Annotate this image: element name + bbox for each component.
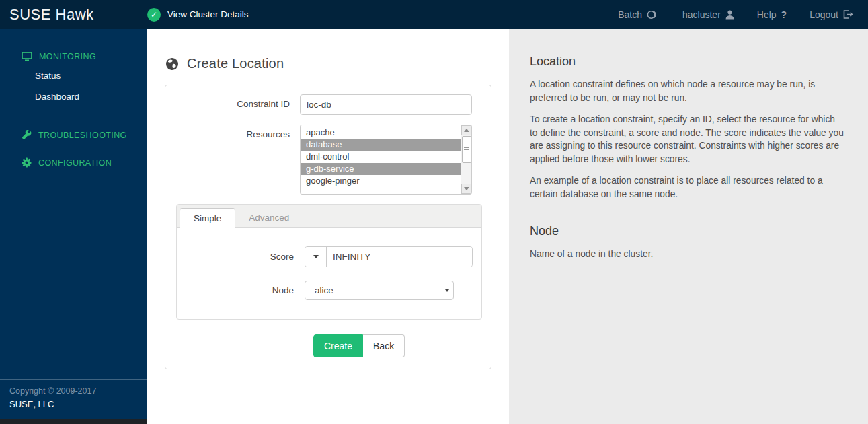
top-bar: SUSE Hawk ✓ View Cluster Details Batch h… bbox=[0, 0, 868, 29]
logout-label: Logout bbox=[810, 9, 838, 20]
help-location-p1: A location constraint defines on which n… bbox=[530, 78, 845, 104]
user-menu[interactable]: hacluster bbox=[682, 9, 734, 20]
batch-label: Batch bbox=[618, 9, 642, 20]
sidebar-footer: Copyright © 2009-2017 SUSE, LLC bbox=[0, 379, 147, 419]
node-select-value: alice bbox=[305, 285, 442, 295]
user-label: hacluster bbox=[682, 9, 721, 20]
resources-scrollbar[interactable] bbox=[461, 125, 471, 194]
gear-icon bbox=[22, 157, 32, 168]
resources-label: Resources bbox=[165, 125, 300, 139]
node-select[interactable]: alice bbox=[305, 281, 454, 300]
sidebar-item-troubleshooting[interactable]: TROUBLESHOOTING bbox=[0, 126, 147, 144]
logout-link[interactable]: Logout bbox=[810, 9, 853, 20]
top-nav: Batch hacluster Help ? Logout bbox=[618, 9, 868, 20]
help-location-title: Location bbox=[530, 55, 845, 69]
globe-icon bbox=[165, 57, 179, 71]
constraint-id-label: Constraint ID bbox=[165, 94, 300, 109]
resource-option-database[interactable]: database bbox=[301, 139, 461, 151]
help-location-p3: An example of a location constraint is t… bbox=[530, 174, 845, 201]
sidebar-configuration-label: CONFIGURATION bbox=[38, 158, 112, 168]
scroll-up-button[interactable] bbox=[461, 125, 472, 135]
constraint-id-input[interactable] bbox=[300, 94, 472, 115]
question-icon: ? bbox=[781, 9, 787, 20]
sidebar: MONITORING Status Dashboard TROUBLESHOOT… bbox=[0, 29, 147, 424]
help-node-p1: Name of a node in the cluster. bbox=[530, 248, 845, 261]
sidebar-item-status[interactable]: Status bbox=[0, 65, 147, 86]
score-input[interactable] bbox=[327, 247, 472, 267]
logout-icon bbox=[843, 10, 853, 19]
help-panel: Location A location constraint defines o… bbox=[509, 29, 868, 424]
tab-bar: Simple Advanced bbox=[177, 205, 481, 228]
resources-multiselect[interactable]: apache database dml-control g-db-service… bbox=[300, 125, 472, 195]
sidebar-horizontal-scrollbar[interactable] bbox=[0, 419, 147, 424]
app-logo[interactable]: SUSE Hawk bbox=[0, 6, 138, 24]
cluster-status[interactable]: ✓ View Cluster Details bbox=[147, 8, 249, 22]
resource-option-google-pinger[interactable]: google-pinger bbox=[301, 175, 461, 187]
wrench-icon bbox=[22, 130, 32, 140]
chevron-down-icon bbox=[442, 285, 452, 296]
user-icon bbox=[725, 10, 734, 20]
resource-option-partial[interactable] bbox=[301, 187, 461, 191]
score-tab-panel: Simple Advanced Score Node alice bbox=[176, 204, 482, 320]
score-label: Score bbox=[177, 252, 305, 262]
help-node-title: Node bbox=[530, 224, 845, 238]
score-dropdown-button[interactable] bbox=[305, 247, 327, 267]
cluster-status-label: View Cluster Details bbox=[167, 9, 249, 20]
main-content: Create Location Constraint ID Resources … bbox=[147, 29, 509, 424]
company-text: SUSE, LLC bbox=[9, 399, 147, 409]
help-link[interactable]: Help ? bbox=[757, 9, 787, 20]
resource-option-apache[interactable]: apache bbox=[301, 127, 461, 139]
score-input-group bbox=[305, 246, 473, 267]
sidebar-item-dashboard[interactable]: Dashboard bbox=[0, 86, 147, 107]
sidebar-monitoring-label: MONITORING bbox=[39, 52, 96, 61]
batch-toggle-icon bbox=[647, 10, 660, 20]
copyright-text: Copyright © 2009-2017 bbox=[9, 386, 147, 396]
sidebar-item-configuration[interactable]: CONFIGURATION bbox=[0, 153, 147, 172]
resource-option-dml-control[interactable]: dml-control bbox=[301, 151, 461, 163]
help-location-p2: To create a location constraint, specify… bbox=[530, 113, 845, 166]
check-circle-icon: ✓ bbox=[147, 8, 161, 22]
back-button[interactable]: Back bbox=[363, 334, 405, 357]
scrollbar-thumb[interactable] bbox=[462, 136, 471, 163]
create-button[interactable]: Create bbox=[313, 334, 363, 357]
resource-option-g-db-service[interactable]: g-db-service bbox=[301, 163, 461, 175]
create-location-form: Constraint ID Resources apache database … bbox=[165, 85, 491, 369]
batch-link[interactable]: Batch bbox=[618, 9, 660, 20]
page-title: Create Location bbox=[187, 56, 284, 71]
scroll-down-button[interactable] bbox=[461, 184, 472, 194]
monitor-icon bbox=[22, 52, 32, 61]
tab-advanced[interactable]: Advanced bbox=[235, 208, 303, 227]
tab-simple[interactable]: Simple bbox=[180, 208, 235, 228]
sidebar-troubleshooting-label: TROUBLESHOOTING bbox=[38, 131, 127, 140]
help-label: Help bbox=[757, 9, 777, 20]
sidebar-item-monitoring[interactable]: MONITORING bbox=[0, 48, 147, 65]
node-label: Node bbox=[177, 285, 305, 295]
